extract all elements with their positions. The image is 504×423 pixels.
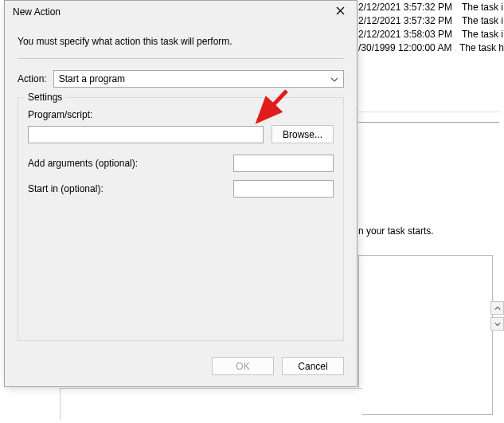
action-select-value: Start a program (59, 73, 125, 84)
program-label: Program/script: (28, 109, 334, 120)
task-date: /30/1999 12:00:00 AM (358, 42, 459, 53)
table-row[interactable]: 2/12/2021 3:58:03 PM The task i (358, 27, 504, 41)
task-date: 2/12/2021 3:57:32 PM (358, 2, 462, 13)
close-button[interactable] (328, 2, 352, 22)
chevron-down-icon (330, 73, 338, 84)
dialog-footer: OK Cancel (5, 349, 357, 386)
task-desc: The task i (462, 2, 503, 13)
task-desc: The task h (459, 42, 504, 53)
task-date: 2/12/2021 3:57:32 PM (358, 15, 462, 26)
startin-label: Start in (optional): (28, 183, 104, 194)
dialog-title: New Action (13, 6, 328, 18)
action-select[interactable]: Start a program (53, 70, 344, 88)
task-date: 2/12/2021 3:58:03 PM (358, 29, 462, 40)
startin-input[interactable] (233, 180, 334, 198)
close-icon (336, 6, 345, 18)
arguments-input[interactable] (233, 155, 334, 172)
dialog-description: You must specify what action this task w… (18, 36, 344, 47)
action-label: Action: (18, 73, 47, 84)
task-desc: The task i (462, 15, 503, 26)
table-row[interactable]: 2/12/2021 3:57:32 PM The task i (358, 14, 504, 27)
task-desc: The task i (462, 29, 503, 40)
ok-button[interactable]: OK (212, 357, 274, 375)
panel-tab-area (60, 388, 362, 420)
scroll-up-button[interactable] (490, 301, 504, 315)
program-input[interactable] (28, 126, 264, 143)
description-panel (358, 255, 493, 415)
table-row[interactable]: 2/12/2021 3:57:32 PM The task i (358, 0, 504, 14)
task-history-list: 2/12/2021 3:57:32 PM The task i 2/12/202… (358, 0, 504, 54)
spinner-controls (490, 301, 504, 333)
scroll-down-button[interactable] (490, 317, 504, 331)
divider (18, 58, 344, 59)
partial-text: n your task starts. (358, 225, 434, 237)
divider (358, 112, 499, 123)
settings-legend: Settings (25, 92, 65, 103)
cancel-button[interactable]: Cancel (282, 357, 344, 375)
table-row[interactable]: /30/1999 12:00:00 AM The task h (358, 41, 504, 54)
new-action-dialog: New Action You must specify what action … (4, 0, 357, 387)
arguments-label: Add arguments (optional): (28, 158, 138, 169)
settings-fieldset: Settings Program/script: Browse... Add a… (18, 97, 344, 341)
titlebar: New Action (5, 1, 357, 23)
browse-button[interactable]: Browse... (272, 125, 334, 143)
